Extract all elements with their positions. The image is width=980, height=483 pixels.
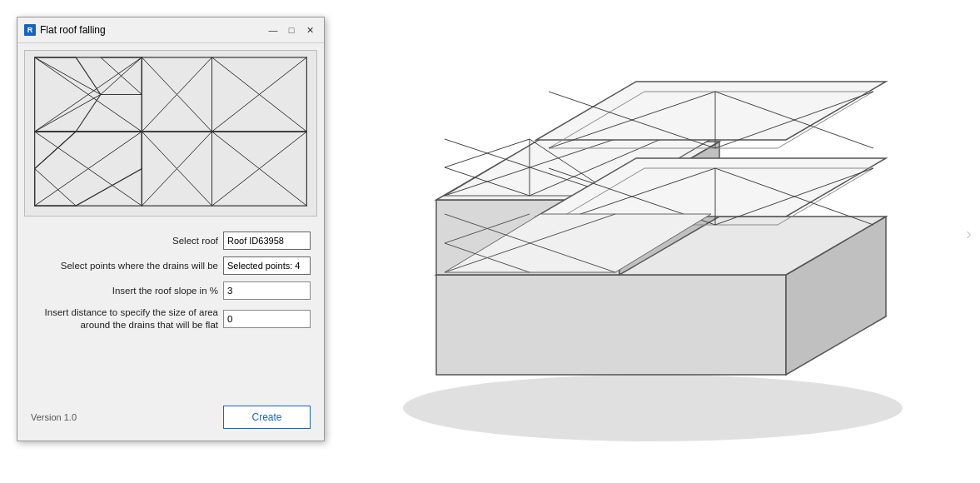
app-icon: R bbox=[24, 24, 36, 36]
select-roof-label: Select roof bbox=[31, 235, 218, 247]
svg-line-16 bbox=[35, 132, 77, 169]
footer-row: Version 1.0 Create bbox=[17, 397, 324, 441]
slope-label: Insert the roof slope in % bbox=[31, 285, 218, 297]
svg-rect-18 bbox=[142, 132, 306, 206]
title-controls: — □ ✕ bbox=[266, 22, 317, 37]
svg-rect-7 bbox=[142, 57, 306, 132]
svg-marker-25 bbox=[436, 275, 786, 375]
title-bar: R Flat roof falling — □ ✕ bbox=[17, 17, 324, 43]
title-bar-left: R Flat roof falling bbox=[24, 24, 106, 36]
svg-marker-39 bbox=[536, 82, 886, 140]
distance-input[interactable] bbox=[223, 310, 311, 328]
minimize-button[interactable]: — bbox=[266, 22, 281, 37]
svg-line-4 bbox=[35, 94, 101, 132]
distance-row: Insert distance to specify the size of a… bbox=[31, 306, 311, 331]
slope-row: Insert the roof slope in % bbox=[31, 281, 311, 300]
distance-label: Insert distance to specify the size of a… bbox=[31, 306, 218, 331]
version-label: Version 1.0 bbox=[31, 412, 77, 422]
slope-input[interactable] bbox=[223, 281, 311, 300]
select-points-label: Select points where the drains will be bbox=[31, 260, 218, 272]
svg-line-3 bbox=[35, 57, 101, 95]
preview-area bbox=[24, 50, 317, 217]
building-svg bbox=[370, 17, 936, 450]
maximize-button[interactable]: □ bbox=[284, 22, 299, 37]
shadow bbox=[403, 375, 903, 441]
dialog-window: R Flat roof falling — □ ✕ bbox=[17, 17, 325, 441]
select-roof-row: Select roof Roof ID63958 bbox=[31, 232, 311, 250]
create-button[interactable]: Create bbox=[223, 406, 311, 429]
svg-line-17 bbox=[35, 169, 77, 207]
select-roof-button[interactable]: Roof ID63958 bbox=[223, 232, 311, 250]
form-area: Select roof Roof ID63958 Select points w… bbox=[17, 223, 324, 397]
window-title: Flat roof falling bbox=[40, 24, 106, 36]
select-points-button[interactable]: Selected points: 4 bbox=[223, 256, 311, 275]
select-points-row: Select points where the drains will be S… bbox=[31, 256, 311, 275]
chevron-right-icon: › bbox=[966, 224, 972, 243]
close-button[interactable]: ✕ bbox=[302, 22, 317, 37]
preview-svg bbox=[25, 51, 316, 216]
illustration-area: › bbox=[325, 0, 980, 466]
